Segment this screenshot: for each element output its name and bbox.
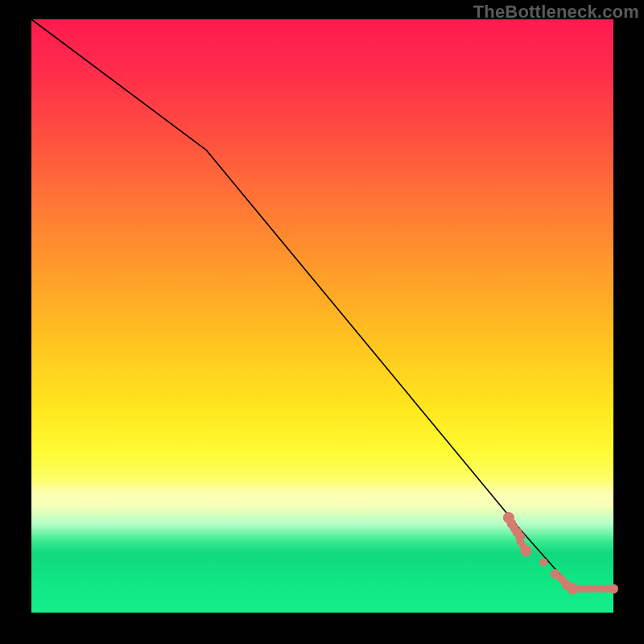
chart-frame: TheBottleneck.com <box>0 0 644 644</box>
watermark-text: TheBottleneck.com <box>473 2 639 23</box>
marker-group <box>503 512 618 594</box>
marker-dot <box>609 584 618 594</box>
marker-dot <box>521 545 532 556</box>
main-curve <box>31 19 613 589</box>
plot-svg <box>31 19 613 613</box>
marker-dot <box>539 558 547 566</box>
plot-area <box>31 19 613 613</box>
